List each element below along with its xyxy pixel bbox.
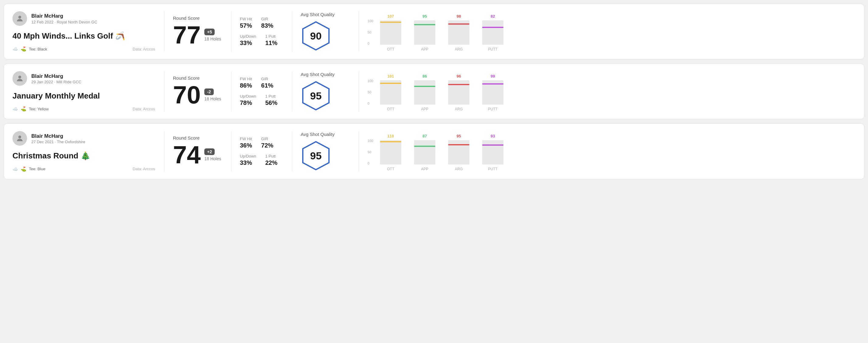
oneputt-value: 56% bbox=[265, 99, 277, 106]
left-section: Blair McHarg29 Jan 2022 · Mill Ride GCCJ… bbox=[12, 71, 164, 112]
bar-fill bbox=[482, 140, 503, 164]
hex-score: 90 bbox=[310, 30, 322, 42]
holes-label: 18 Holes bbox=[204, 96, 221, 101]
gir-stat: GIR 61% bbox=[261, 76, 273, 89]
oneputt-stat: 1 Putt 22% bbox=[265, 154, 277, 166]
oneputt-label: 1 Putt bbox=[265, 34, 277, 39]
data-source: Data: Arccos bbox=[132, 47, 155, 52]
gir-label: GIR bbox=[261, 136, 273, 141]
bar-value: 93 bbox=[491, 134, 495, 138]
fw-hit-stat: FW Hit 86% bbox=[240, 76, 252, 89]
bar-chart: 101OTT86APP96ARG99PUTT bbox=[378, 72, 849, 111]
bar-wrapper bbox=[482, 20, 503, 45]
avatar bbox=[12, 11, 27, 26]
svg-point-2 bbox=[18, 76, 21, 79]
score-row: 70-218 Holes bbox=[173, 83, 222, 107]
bar-wrapper bbox=[448, 20, 469, 45]
updown-label: Up/Down bbox=[240, 154, 256, 158]
bar-value: 107 bbox=[388, 14, 394, 19]
y-label: 50 bbox=[368, 90, 373, 94]
bar-value: 86 bbox=[423, 74, 427, 79]
oneputt-value: 22% bbox=[265, 159, 277, 166]
score-badge: -2 bbox=[204, 89, 213, 95]
svg-point-0 bbox=[18, 16, 21, 19]
bar-fill bbox=[414, 140, 435, 164]
score-section: Round Score77+518 Holes bbox=[164, 11, 231, 52]
bar-label: ARG bbox=[455, 47, 463, 52]
round-card-round-1: Blair McHarg12 Feb 2022 · Royal North De… bbox=[4, 4, 864, 59]
stats-row-2: Up/Down 33%1 Putt 11% bbox=[240, 34, 283, 46]
bar-value: 95 bbox=[423, 14, 427, 19]
bar-line bbox=[482, 27, 503, 28]
chart-container: 100500107OTT95APP98ARG82PUTT bbox=[378, 12, 849, 52]
bar-label: PUTT bbox=[488, 167, 497, 171]
fw-hit-value: 86% bbox=[240, 82, 252, 89]
svg-point-4 bbox=[18, 136, 21, 138]
bar-value: 82 bbox=[491, 14, 495, 19]
gir-stat: GIR 72% bbox=[261, 136, 273, 149]
oneputt-value: 11% bbox=[265, 39, 277, 46]
user-row: Blair McHarg29 Jan 2022 · Mill Ride GCC bbox=[12, 71, 155, 86]
bar-label: APP bbox=[421, 167, 428, 171]
tee-info: ☁️ ⛳ Tee: Yellow bbox=[12, 106, 49, 112]
bar-wrapper bbox=[448, 140, 469, 164]
user-info: Blair McHarg29 Jan 2022 · Mill Ride GCC bbox=[31, 73, 82, 84]
bar-wrapper bbox=[380, 20, 401, 45]
fw-hit-label: FW Hit bbox=[240, 76, 252, 81]
fw-hit-stat: FW Hit 57% bbox=[240, 17, 252, 29]
updown-value: 33% bbox=[240, 159, 256, 166]
big-score: 77 bbox=[173, 23, 201, 48]
score-section-label: Round Score bbox=[173, 75, 222, 81]
bar-group-ott: 101OTT bbox=[378, 74, 403, 111]
hexagon: 90 bbox=[301, 21, 331, 51]
bar-label: ARG bbox=[455, 107, 463, 111]
updown-label: Up/Down bbox=[240, 94, 256, 98]
quality-section: Avg Shot Quality 95 bbox=[292, 71, 359, 112]
updown-value: 33% bbox=[240, 39, 256, 46]
avatar bbox=[12, 131, 27, 146]
hex-score: 95 bbox=[310, 150, 322, 162]
quality-label: Avg Shot Quality bbox=[301, 12, 335, 17]
golf-icon: ⛳ bbox=[21, 166, 26, 172]
bar-group-arg: 98ARG bbox=[446, 14, 471, 52]
oneputt-label: 1 Putt bbox=[265, 154, 277, 158]
bar-group-ott: 107OTT bbox=[378, 14, 403, 52]
holes-label: 18 Holes bbox=[204, 36, 221, 41]
score-badge: +5 bbox=[204, 29, 215, 35]
data-source: Data: Arccos bbox=[132, 167, 155, 171]
bar-line bbox=[414, 24, 435, 25]
tee-label: Tee: Blue bbox=[29, 167, 45, 171]
user-row: Blair McHarg12 Feb 2022 · Royal North De… bbox=[12, 11, 155, 26]
user-info: Blair McHarg27 Dec 2021 · The Oxfordshir… bbox=[31, 133, 86, 144]
quality-label: Avg Shot Quality bbox=[301, 132, 335, 137]
quality-section: Avg Shot Quality 95 bbox=[292, 131, 359, 172]
bar-group-ott: 110OTT bbox=[378, 134, 403, 171]
user-date: 29 Jan 2022 · Mill Ride GCC bbox=[31, 80, 82, 84]
y-label: 100 bbox=[368, 139, 373, 143]
chart-container: 100500101OTT86APP96ARG99PUTT bbox=[378, 72, 849, 111]
chart-section: 100500101OTT86APP96ARG99PUTT bbox=[359, 71, 856, 112]
bar-value: 99 bbox=[491, 74, 495, 79]
bottom-row: ☁️ ⛳ Tee: YellowData: Arccos bbox=[12, 106, 155, 112]
bar-group-arg: 95ARG bbox=[446, 134, 471, 171]
score-section: Round Score70-218 Holes bbox=[164, 71, 231, 112]
bar-fill bbox=[448, 140, 469, 164]
bar-value: 87 bbox=[423, 134, 427, 138]
bar-value: 95 bbox=[457, 134, 461, 138]
tee-label: Tee: Black bbox=[29, 47, 47, 52]
bar-group-putt: 99PUTT bbox=[480, 74, 505, 111]
weather-icon: ☁️ bbox=[12, 166, 18, 172]
bar-group-app: 86APP bbox=[412, 74, 437, 111]
bar-label: APP bbox=[421, 47, 428, 52]
score-section-label: Round Score bbox=[173, 135, 222, 141]
bar-chart: 110OTT87APP95ARG93PUTT bbox=[378, 132, 849, 171]
stats-row-1: FW Hit 86%GIR 61% bbox=[240, 76, 283, 89]
user-row: Blair McHarg27 Dec 2021 · The Oxfordshir… bbox=[12, 131, 155, 146]
bar-group-putt: 82PUTT bbox=[480, 14, 505, 52]
bar-label: OTT bbox=[387, 167, 394, 171]
tee-info: ☁️ ⛳ Tee: Black bbox=[12, 46, 47, 52]
score-row: 74+218 Holes bbox=[173, 142, 222, 167]
bar-value: 101 bbox=[388, 74, 394, 79]
tee-label: Tee: Yellow bbox=[29, 107, 49, 111]
updown-stat: Up/Down 33% bbox=[240, 154, 256, 166]
